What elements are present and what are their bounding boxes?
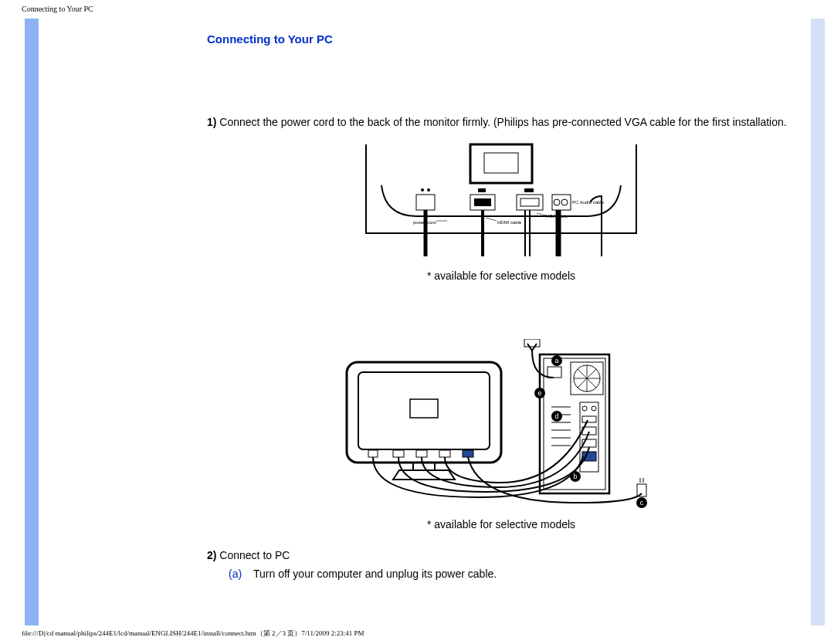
svg-rect-47 (637, 484, 646, 497)
page-header-title: Connecting to Your PC (22, 5, 93, 13)
svg-rect-7 (520, 198, 539, 206)
step-2a: (a) Turn off your computer and unplug it… (207, 568, 795, 580)
figure2-caption: * available for selective models (207, 518, 795, 530)
svg-rect-46 (524, 339, 540, 347)
figure-monitor-and-pc: a e d b c (339, 339, 663, 509)
label-vga-cable: VGA cable (546, 214, 568, 219)
page-container: Connecting to Your PC 1) Connect the pow… (25, 19, 825, 625)
svg-line-18 (537, 213, 546, 215)
svg-text:b: b (573, 473, 577, 480)
content-area: Connecting to Your PC 1) Connect the pow… (201, 19, 811, 625)
label-power-cord: power cord (413, 220, 436, 225)
svg-rect-20 (358, 372, 490, 449)
step-2-number: 2) (207, 549, 216, 561)
wall-plug-top (524, 339, 540, 347)
svg-text:d: d (554, 412, 558, 420)
step-2a-letter: (a) (229, 568, 253, 580)
svg-rect-25 (416, 450, 427, 457)
step-1-text: Connect the power cord to the back of th… (216, 116, 786, 128)
svg-point-40 (582, 406, 587, 411)
step-1-number: 1) (207, 116, 216, 128)
svg-point-12 (421, 188, 424, 192)
svg-point-8 (554, 199, 560, 205)
spacer (207, 300, 795, 339)
svg-rect-0 (470, 144, 532, 183)
svg-rect-32 (548, 367, 561, 378)
svg-rect-2 (416, 195, 435, 210)
svg-text:c: c (640, 499, 644, 507)
svg-rect-27 (463, 450, 473, 457)
figure1-caption: * available for selective models (207, 269, 795, 282)
svg-rect-26 (439, 450, 450, 457)
svg-text:a: a (554, 357, 558, 364)
svg-rect-21 (410, 399, 438, 418)
svg-point-13 (427, 188, 430, 192)
step-2a-text: Turn off your computer and unplug its po… (253, 568, 497, 580)
svg-point-41 (592, 406, 596, 411)
page-footer-path: file:///D|/cd manual/philips/244E1/lcd/m… (22, 629, 364, 639)
svg-rect-14 (478, 188, 486, 192)
svg-rect-23 (368, 450, 378, 457)
right-stripe (811, 19, 825, 625)
svg-rect-42 (582, 416, 596, 422)
left-stripe (25, 19, 39, 625)
svg-point-9 (561, 199, 568, 205)
step-1-instruction: 1) Connect the power cord to the back of… (207, 115, 795, 130)
svg-text:e: e (537, 389, 541, 397)
step-2-text: Connect to PC (216, 549, 290, 561)
svg-line-17 (486, 218, 497, 221)
svg-rect-19 (347, 362, 501, 463)
left-spacer (39, 19, 201, 625)
label-hdmi-cable: HDMI cable (497, 220, 522, 225)
label-pc-audio: PC Audio cable (572, 200, 605, 205)
svg-rect-1 (484, 153, 518, 173)
step-2: 2) Connect to PC (207, 549, 795, 561)
figure-monitor-rear: power cord HDMI cable VGA cable PC Audio… (362, 141, 640, 260)
svg-rect-15 (524, 188, 534, 192)
svg-rect-6 (474, 198, 491, 206)
section-heading: Connecting to Your PC (207, 32, 795, 46)
svg-rect-24 (393, 450, 404, 457)
